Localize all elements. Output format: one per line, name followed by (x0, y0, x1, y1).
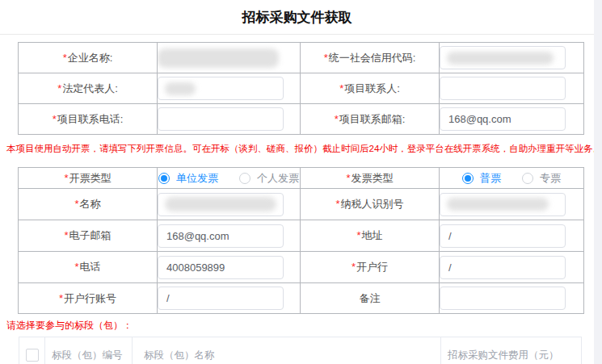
company-name-value-cell (158, 43, 301, 73)
contact-email-input[interactable] (440, 107, 566, 131)
page: 招标采购文件获取 *企业名称: *统一社会信用代码: *法定代表人: (0, 0, 602, 364)
radio-label: 单位发票 (176, 171, 218, 186)
scrollbar-track[interactable] (594, 0, 602, 364)
required-asterisk: * (352, 261, 356, 273)
invoice-phone-input[interactable] (158, 256, 284, 279)
label-text: 开户行 (356, 261, 388, 273)
invoice-category-label: *开票类型 (19, 168, 158, 189)
taxpayer-id-value-cell (440, 189, 584, 220)
label-text: 法定代表人: (62, 82, 118, 94)
column-header-section-code: 标段（包）编号 (45, 337, 133, 364)
required-asterisk: * (346, 172, 350, 184)
invoice-phone-value-cell (158, 252, 301, 283)
invoice-type-cell: 普票 专票 (440, 168, 584, 189)
label-text: 纳税人识别号 (341, 198, 404, 210)
credit-code-redacted-value (447, 52, 554, 65)
contact-phone-label: *项目联系电话: (19, 104, 158, 135)
radio-general-invoice[interactable]: 普票 (462, 171, 501, 186)
required-asterisk: * (53, 113, 57, 125)
select-all-checkbox[interactable] (26, 349, 39, 362)
section-select-prompt: 请选择要参与的标段（包）： (6, 319, 133, 333)
credit-code-input[interactable] (440, 46, 566, 69)
label-text: 项目联系邮箱: (339, 113, 406, 125)
bank-value-cell (440, 252, 584, 283)
contact-info-table: *企业名称: *统一社会信用代码: *法定代表人: (18, 42, 584, 135)
address-input[interactable] (440, 224, 566, 248)
radio-label: 普票 (480, 171, 501, 186)
invoice-category-cell: 单位发票 个人发票 (158, 168, 301, 189)
remark-input[interactable] (440, 287, 566, 310)
invoice-category-radio-group: 单位发票 个人发票 (158, 171, 300, 186)
invoice-email-value-cell (158, 220, 301, 252)
contact-phone-input[interactable] (158, 107, 284, 131)
required-asterisk: * (64, 172, 68, 184)
column-header-section-name: 标段（包）名称 (133, 337, 441, 364)
invoice-name-input[interactable] (158, 193, 284, 216)
invoice-info-table: *开票类型 单位发票 个人发票 *发票类型 (18, 167, 584, 314)
taxpayer-id-input[interactable] (440, 193, 566, 216)
taxpayer-id-label: *纳税人识别号 (301, 189, 440, 220)
bank-account-label: *开户行账号 (19, 283, 158, 314)
label-text: 电子邮箱 (69, 229, 112, 241)
label-text: 备注 (360, 292, 381, 304)
page-title: 招标采购文件获取 (0, 8, 594, 27)
invoice-type-label: *发票类型 (301, 168, 440, 189)
invoice-name-redacted-value (165, 197, 276, 211)
address-value-cell (440, 220, 584, 252)
invoice-email-input[interactable] (158, 224, 284, 248)
legal-rep-redacted-value (165, 82, 196, 95)
bank-input[interactable] (440, 256, 566, 279)
select-all-cell (19, 337, 45, 364)
invoice-type-radio-group: 普票 专票 (440, 171, 583, 186)
title-divider (0, 34, 594, 35)
label-text: 发票类型 (352, 172, 394, 184)
required-asterisk: * (74, 261, 78, 273)
legal-rep-input[interactable] (158, 77, 284, 100)
radio-personal-invoice[interactable]: 个人发票 (239, 171, 299, 186)
contact-email-value-cell (440, 104, 584, 135)
required-asterisk: * (64, 229, 68, 241)
bank-account-input[interactable] (158, 287, 284, 310)
label-text: 开户行账号 (64, 292, 116, 304)
table-row: *项目联系电话: *项目联系邮箱: (19, 104, 584, 135)
label-text: 地址 (362, 229, 383, 241)
taxpayer-id-redacted-value (447, 198, 549, 211)
project-contact-input[interactable] (440, 77, 566, 100)
company-name-redacted-value (158, 48, 279, 68)
radio-special-invoice[interactable]: 专票 (522, 171, 561, 186)
invoice-name-value-cell (158, 189, 301, 220)
bank-label: *开户行 (301, 252, 440, 283)
label-text: 企业名称: (68, 52, 113, 64)
table-row: *开票类型 单位发票 个人发票 *发票类型 (19, 168, 584, 189)
company-name-label: *企业名称: (19, 43, 158, 73)
auto-invoice-notice: 本项目使用自动开票，请填写下列开票信息。可在开标（谈判、磋商、报价）截止时间后2… (6, 143, 602, 155)
address-label: *地址 (301, 220, 440, 252)
radio-unit-invoice[interactable]: 单位发票 (158, 171, 218, 186)
credit-code-label: *统一社会信用代码: (301, 43, 440, 73)
column-header-document-fee: 招标采购文件费用（元） (441, 337, 583, 364)
label-text: 名称 (80, 198, 101, 210)
legal-rep-value-cell (158, 73, 301, 104)
radio-unselected-icon (239, 173, 250, 184)
table-row: *开户行账号 备注 (19, 283, 584, 314)
remark-label: 备注 (301, 283, 440, 314)
required-asterisk: * (356, 229, 360, 241)
table-row: *法定代表人: *项目联系人: (19, 73, 584, 104)
radio-unselected-icon (522, 173, 533, 184)
label-text: 电话 (80, 261, 101, 273)
radio-label: 专票 (540, 171, 561, 186)
label-text: 项目联系人: (344, 82, 400, 94)
required-asterisk: * (63, 52, 67, 64)
table-row: *电话 *开户行 (19, 252, 584, 283)
invoice-email-label: *电子邮箱 (19, 220, 158, 252)
credit-code-value-cell (440, 43, 584, 73)
required-asterisk: * (324, 52, 328, 64)
contact-email-label: *项目联系邮箱: (301, 104, 440, 135)
required-asterisk: * (57, 82, 61, 94)
table-row: *企业名称: *统一社会信用代码: (19, 43, 584, 73)
required-asterisk: * (59, 292, 63, 304)
contact-phone-value-cell (158, 104, 301, 135)
project-contact-value-cell (440, 73, 584, 104)
invoice-name-label: *名称 (19, 189, 158, 220)
project-contact-label: *项目联系人: (301, 73, 440, 104)
